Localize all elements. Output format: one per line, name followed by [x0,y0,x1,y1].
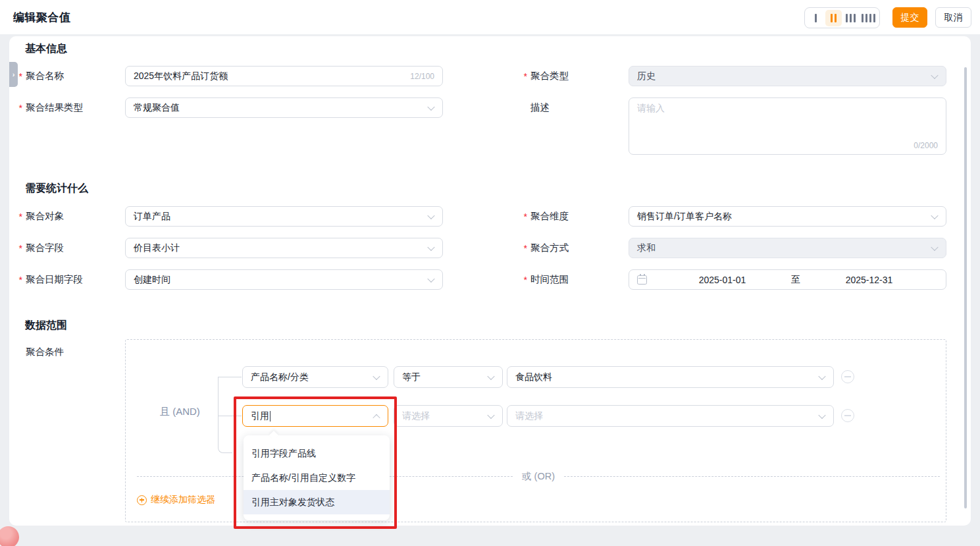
dropdown-option[interactable]: 引用字段产品线 [244,441,390,466]
edit-aggregate-page: 编辑聚合值 提交 取消 › 基本信息 *聚合名称 2025年饮料产品订货额 [0,0,980,546]
text-caret [270,411,271,422]
condition1-operator-select[interactable]: 等于 [394,366,503,388]
chevron-down-icon [427,211,434,219]
dropdown-option[interactable]: 产品名称/引用自定义数字 [244,466,390,490]
remove-condition1-button[interactable] [841,370,854,383]
section-title-range: 数据范围 [25,319,67,333]
layout-option-1col[interactable] [808,10,824,26]
chevron-down-icon [931,71,938,78]
description-counter: 0/2000 [914,141,938,150]
date-separator: 至 [791,274,800,286]
three-column-icon [845,14,857,22]
condition2-value-select[interactable]: 请选择 [507,405,834,427]
cancel-button[interactable]: 取消 [935,7,971,28]
label-aggregate-field: *聚合字段 [18,238,64,258]
aggregate-name-input[interactable]: 2025年饮料产品订货额 12/100 [125,66,443,86]
date-start[interactable]: 2025-01-01 [654,275,791,285]
aggregate-field-select[interactable]: 价目表小计 [125,238,443,258]
aggregate-method-select[interactable]: 求和 [629,238,946,258]
label-aggregate-method: *聚合方式 [523,238,569,258]
chevron-down-icon [427,275,434,282]
layout-option-4col[interactable] [860,10,877,26]
chevron-down-icon [373,372,380,379]
aggregate-dimension-select[interactable]: 销售订单/订单客户名称 [629,206,946,227]
scrollbar-thumb[interactable] [964,67,967,508]
label-description: *描述 [523,97,550,118]
condition2-field-search-input[interactable]: 引用 [242,405,388,427]
label-aggregate-dimension: *聚合维度 [523,206,569,227]
label-result-type: *聚合结果类型 [18,97,83,118]
chevron-down-icon [931,243,938,250]
label-aggregate-name: *聚合名称 [18,66,64,86]
or-label: 或 (OR) [522,470,555,483]
dropdown-option[interactable]: 引用主对象发货状态 [244,490,390,514]
aggregate-object-select[interactable]: 订单产品 [125,206,443,227]
label-condition: *聚合条件 [18,342,64,362]
remove-condition2-button[interactable] [841,409,854,422]
and-bracket-stub-mid [218,416,242,416]
description-placeholder: 请输入 [637,103,665,113]
result-type-select[interactable]: 常规聚合值 [125,97,443,118]
collapse-handle[interactable]: › [9,62,18,87]
label-aggregate-type: *聚合类型 [523,66,569,86]
chevron-down-icon [487,372,494,379]
layout-option-3col[interactable] [842,10,859,26]
chevron-down-icon [427,103,434,110]
chevron-right-icon: › [13,70,15,78]
date-end[interactable]: 2025-12-31 [800,275,938,285]
section-title-stats: 需要统计什么 [25,182,88,196]
chevron-down-icon [487,411,494,418]
layout-option-2col[interactable] [825,10,842,26]
condition1-field-select[interactable]: 产品名称/分类 [242,366,388,388]
and-group-label: 且 (AND) [160,404,200,420]
and-bracket-line [218,377,219,446]
name-counter: 12/100 [410,72,434,81]
recording-cursor-dot [0,526,19,546]
aggregate-type-select[interactable]: 历史 [629,66,946,86]
condition2-operator-select[interactable]: 请选择 [394,405,503,427]
plus-circle-icon [137,495,147,505]
one-column-icon [813,14,817,22]
page-title: 编辑聚合值 [13,0,71,34]
calendar-icon [637,275,647,285]
layout-switcher [804,7,880,28]
description-textarea[interactable]: 请输入 0/2000 [629,97,946,155]
chevron-down-icon [427,243,434,250]
four-column-icon [861,14,877,22]
label-aggregate-object: *聚合对象 [18,206,64,227]
add-filter-button[interactable]: 继续添加筛选器 [137,493,215,507]
time-range-picker[interactable]: 2025-01-01 至 2025-12-31 [629,269,946,290]
page-header: 编辑聚合值 提交 取消 [0,0,980,34]
condition1-value-select[interactable]: 食品饮料 [507,366,834,388]
chevron-down-icon [931,211,938,219]
chevron-down-icon [818,411,825,418]
and-bracket-corner [218,445,232,453]
section-title-basic: 基本信息 [25,42,67,56]
and-bracket-stub-top [218,377,242,377]
two-column-icon [829,14,837,22]
field-dropdown-popup: 引用字段产品线 产品名称/引用自定义数字 引用主对象发货状态 [244,435,390,520]
chevron-up-icon [373,414,380,421]
label-aggregate-date-field: *聚合日期字段 [18,269,83,290]
chevron-down-icon [818,372,825,379]
aggregate-date-field-select[interactable]: 创建时间 [125,269,443,290]
label-time-range: *时间范围 [523,269,569,290]
submit-button[interactable]: 提交 [892,7,927,28]
